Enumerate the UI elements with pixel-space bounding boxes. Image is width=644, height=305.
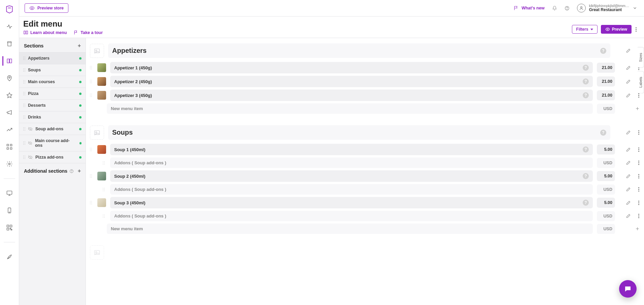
new-menu-item-input[interactable]: New menu item — [107, 103, 593, 114]
section-header[interactable]: Appetizers? — [108, 43, 610, 58]
menu-item-price[interactable]: 21.00 — [597, 63, 615, 73]
drag-handle-icon[interactable] — [90, 80, 93, 83]
item-help-icon[interactable]: ? — [600, 130, 606, 136]
drag-handle-icon[interactable] — [23, 57, 25, 60]
more-icon[interactable] — [638, 160, 640, 166]
nav-qr-icon[interactable] — [2, 223, 16, 232]
menu-item-price[interactable]: 5.00 — [597, 171, 615, 181]
nav-activity-icon[interactable] — [2, 22, 16, 31]
item-thumbnail[interactable] — [97, 91, 106, 100]
logo[interactable] — [2, 5, 16, 14]
drag-handle-icon[interactable] — [103, 161, 106, 165]
take-a-tour-link[interactable]: Take a tour — [73, 30, 103, 35]
section-item[interactable]: Soups — [19, 64, 86, 76]
help-circle-icon[interactable] — [69, 169, 74, 173]
menu-item-row[interactable]: Soup 1 (450ml)? — [110, 144, 593, 155]
section-item[interactable]: Desserts — [19, 99, 86, 111]
addon-row[interactable]: Addons ( Soup add-ons ) — [110, 211, 593, 221]
item-help-icon[interactable]: ? — [583, 173, 589, 179]
new-menu-item-input[interactable]: New menu item — [107, 224, 593, 234]
whats-new-link[interactable]: What's new — [513, 5, 544, 11]
drag-handle-icon[interactable] — [103, 188, 106, 191]
item-thumbnail[interactable] — [97, 145, 106, 154]
menu-item-price[interactable]: 5.00 — [597, 144, 615, 155]
item-thumbnail[interactable] — [97, 77, 106, 86]
nav-marketing-icon[interactable] — [2, 108, 16, 117]
section-image-placeholder[interactable] — [90, 245, 104, 260]
menu-item-price[interactable]: 21.00 — [597, 90, 615, 100]
menu-item-row[interactable]: Appetizer 3 (450g)? — [110, 90, 593, 101]
edit-icon[interactable] — [626, 48, 631, 53]
nav-rocket-icon[interactable] — [2, 252, 16, 262]
chat-fab[interactable] — [619, 280, 637, 298]
item-help-icon[interactable]: ? — [583, 146, 589, 152]
nav-menu-icon[interactable] — [2, 56, 16, 66]
drag-handle-icon[interactable] — [23, 141, 25, 145]
user-menu[interactable]: klkfljiphinnpkjlsf@tmm… Great Restaurant — [577, 4, 637, 12]
drag-handle-icon[interactable] — [90, 174, 93, 178]
nav-integrations-icon[interactable] — [2, 142, 16, 151]
nav-reviews-icon[interactable] — [2, 91, 16, 100]
section-header[interactable]: Soups? — [108, 125, 610, 140]
preview-button[interactable]: Preview — [601, 25, 632, 34]
section-image-placeholder[interactable] — [90, 126, 104, 140]
item-help-icon[interactable]: ? — [600, 48, 606, 54]
more-icon[interactable] — [638, 173, 640, 179]
drag-handle-icon[interactable] — [90, 94, 93, 97]
nav-desktop-icon[interactable] — [2, 189, 16, 198]
addon-row[interactable]: Addons ( Soup add-ons ) — [110, 184, 593, 195]
item-thumbnail[interactable] — [97, 63, 106, 72]
nav-analytics-icon[interactable] — [2, 125, 16, 134]
edit-icon[interactable] — [626, 130, 631, 135]
preview-store-button[interactable]: Preview store — [25, 3, 68, 13]
section-item[interactable]: Pizza add-ons — [19, 151, 86, 163]
edit-icon[interactable] — [626, 200, 631, 205]
help-icon[interactable] — [565, 6, 570, 11]
drag-handle-icon[interactable] — [23, 68, 25, 72]
section-item[interactable]: Drinks — [19, 111, 86, 123]
labels-tab[interactable]: Labels — [638, 71, 644, 93]
edit-icon[interactable] — [626, 65, 631, 70]
edit-icon[interactable] — [626, 213, 631, 218]
more-icon[interactable] — [638, 147, 640, 152]
drag-handle-icon[interactable] — [23, 92, 25, 95]
notifications-icon[interactable] — [552, 6, 557, 11]
edit-icon[interactable] — [626, 187, 631, 192]
nav-locations-icon[interactable] — [2, 73, 16, 83]
nav-mobile-icon[interactable] — [2, 206, 16, 215]
section-image-placeholder[interactable] — [90, 44, 104, 58]
edit-icon[interactable] — [626, 174, 631, 179]
drag-handle-icon[interactable] — [90, 66, 93, 69]
more-icon[interactable] — [638, 213, 640, 219]
drag-handle-icon[interactable] — [90, 148, 93, 151]
section-item[interactable]: Pizza — [19, 88, 86, 99]
nav-settings-icon[interactable] — [2, 159, 16, 169]
edit-icon[interactable] — [626, 147, 631, 152]
drag-handle-icon[interactable] — [23, 80, 25, 83]
menu-item-price[interactable]: 21.00 — [597, 76, 615, 87]
addon-row[interactable]: Addons ( Soup add-ons ) — [110, 158, 593, 168]
edit-icon[interactable] — [626, 79, 631, 84]
more-icon[interactable] — [638, 200, 640, 206]
add-additional-section-button[interactable]: + — [78, 168, 81, 174]
section-item[interactable]: Soup add-ons — [19, 123, 86, 135]
learn-about-menu-link[interactable]: Learn about menu — [23, 30, 67, 35]
add-item-icon[interactable] — [635, 226, 640, 231]
drag-handle-icon[interactable] — [23, 104, 25, 107]
filters-button[interactable]: Filters — [572, 25, 598, 34]
menu-item-row[interactable]: Appetizer 1 (450g)? — [110, 62, 593, 73]
drag-handle-icon[interactable] — [103, 214, 106, 218]
drag-handle-icon[interactable] — [23, 127, 25, 131]
menu-item-row[interactable]: Soup 2 (450ml)? — [110, 170, 593, 182]
item-help-icon[interactable]: ? — [583, 92, 589, 98]
nav-orders-icon[interactable] — [2, 39, 16, 48]
more-icon[interactable] — [638, 187, 640, 192]
add-item-icon[interactable] — [635, 106, 640, 111]
item-help-icon[interactable]: ? — [583, 78, 589, 84]
item-help-icon[interactable]: ? — [583, 65, 589, 71]
drag-handle-icon[interactable] — [23, 115, 25, 119]
edit-icon[interactable] — [626, 93, 631, 98]
item-thumbnail[interactable] — [97, 172, 106, 180]
menu-item-price[interactable]: 5.00 — [597, 198, 615, 208]
item-thumbnail[interactable] — [97, 198, 106, 207]
